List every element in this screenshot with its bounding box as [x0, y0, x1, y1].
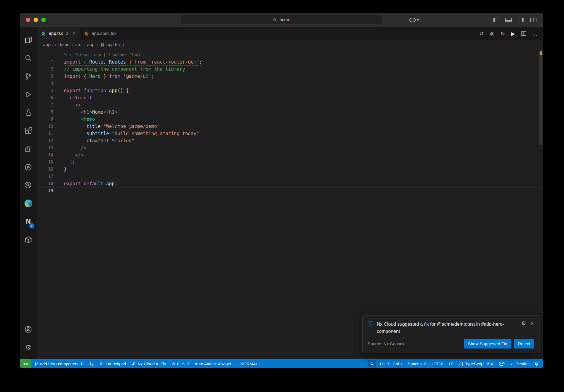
go-to-marker-icon[interactable]: ◎	[490, 31, 495, 37]
activity-bar: N 1 ⚙	[20, 27, 37, 359]
toggle-secondary-sidebar-icon[interactable]	[518, 18, 524, 22]
code-line[interactable]: 1import { Route, Routes } from 'react-ro…	[37, 58, 543, 66]
title-bar: ← → acme ▾	[20, 13, 543, 27]
copilot-icon	[409, 18, 416, 22]
breadcrumb-item[interactable]: app	[87, 42, 94, 47]
code-line[interactable]: 2// importing the component from the lib…	[37, 66, 543, 73]
show-suggested-fix-button[interactable]: Show Suggested Fix	[464, 339, 511, 349]
minimize-window-button[interactable]	[34, 18, 38, 22]
breadcrumb-item[interactable]: …	[126, 42, 131, 47]
commit-graph-item[interactable]	[86, 359, 96, 368]
code-line[interactable]: 3import { Hero } from '@acme/ui';	[37, 73, 543, 80]
nx-cloud-fix-item[interactable]: Nx Cloud AI Fix	[129, 359, 169, 368]
git-branch-icon	[34, 362, 38, 366]
zoom-window-button[interactable]	[41, 18, 46, 22]
tab-label: app.spec.tsx	[92, 31, 116, 36]
close-window-button[interactable]	[26, 18, 30, 22]
eol-item[interactable]: LF	[446, 359, 457, 368]
account-icon[interactable]	[20, 320, 37, 338]
line-number: 5	[37, 88, 53, 93]
git-branch-item[interactable]: add-hero-component ↻	[31, 359, 87, 368]
sync-icon: ↻	[80, 361, 84, 366]
rocket-icon	[99, 362, 104, 366]
code-line[interactable]: 7 <>	[37, 101, 543, 108]
commit-graph-icon	[89, 362, 94, 366]
close-tab-icon[interactable]: ×	[72, 31, 75, 36]
code-line[interactable]: 8 <h1>Home</h1>	[37, 108, 543, 116]
source-control-icon[interactable]	[20, 67, 37, 85]
copilot-status-item[interactable]	[496, 359, 507, 368]
line-number: 11	[37, 131, 53, 136]
code-line[interactable]: 6 return (	[37, 94, 543, 101]
run-file-icon[interactable]: ▶	[511, 31, 515, 37]
toggle-primary-sidebar-icon[interactable]	[493, 18, 499, 22]
tab-label: app.tsx	[49, 31, 63, 36]
package-icon[interactable]	[20, 231, 37, 249]
indentation-item[interactable]: Spaces: 2	[405, 359, 429, 368]
notification-close-icon[interactable]: ×	[530, 321, 534, 326]
play-circle-icon[interactable]	[20, 158, 37, 176]
inspect-circle-icon[interactable]	[20, 176, 37, 194]
search-mode-item[interactable]	[368, 360, 376, 368]
remote-explorer-icon[interactable]	[20, 140, 37, 158]
nx-console-icon[interactable]: N 1	[20, 213, 37, 231]
split-editor-icon[interactable]	[521, 31, 526, 36]
tab-app-spec-tsx[interactable]: app.spec.tsx	[80, 27, 121, 40]
tab-app-tsx[interactable]: app.tsx 3 ×	[37, 27, 80, 40]
run-debug-icon[interactable]	[20, 85, 37, 104]
reject-button[interactable]: Reject	[514, 339, 534, 349]
line-number: 8	[37, 110, 53, 115]
react-file-icon	[100, 43, 105, 47]
code-line[interactable]: 14 </>	[37, 151, 543, 159]
settings-gear-icon[interactable]: ⚙	[20, 338, 37, 356]
extensions-icon[interactable]	[20, 122, 37, 140]
tab-problems-badge: 3	[66, 31, 68, 36]
customize-layout-icon[interactable]	[530, 18, 536, 22]
status-bar: >< add-hero-component ↻ Launchpad Nx Clo…	[20, 359, 543, 368]
breadcrumb-file[interactable]: app.tsx	[100, 42, 121, 47]
remote-indicator[interactable]: ><	[20, 359, 31, 368]
navigate-back-editor-icon[interactable]: ↺	[479, 31, 484, 37]
code-line[interactable]: 11 subtitle="Build something amazing tod…	[37, 130, 543, 137]
code-line[interactable]: 19	[37, 187, 543, 194]
code-line[interactable]: 5export function App() {	[37, 87, 543, 94]
navigate-forward-editor-icon[interactable]: ↻	[500, 31, 505, 37]
testing-icon[interactable]	[20, 104, 37, 122]
copilot-menu[interactable]: ▾	[409, 18, 419, 22]
code-line[interactable]: 10 title="Welcmoe @acme/demo"	[37, 123, 543, 130]
search-icon	[273, 18, 277, 22]
code-line[interactable]: 4	[37, 80, 543, 87]
command-center-search[interactable]: acme	[181, 15, 382, 25]
code-editor[interactable]: You, 3 hours ago | 1 author (You) 1impor…	[37, 50, 543, 359]
language-mode-item[interactable]: { } TypeScript JSX	[456, 359, 496, 368]
cursor-position-item[interactable]: Ln 19, Col 1	[377, 359, 405, 368]
breadcrumb-separator: ›	[97, 42, 98, 47]
window-controls	[26, 18, 46, 22]
breadcrumb-item[interactable]: src	[75, 42, 81, 47]
launchpad-item[interactable]: Launchpad	[96, 359, 129, 368]
problems-item[interactable]: ⊘ 0 ⚠ 3	[169, 359, 192, 368]
formatter-item[interactable]: ✓ Prettier	[507, 359, 532, 368]
code-line[interactable]: 13 />	[37, 144, 543, 151]
code-line[interactable]: 17	[37, 173, 543, 180]
explorer-icon[interactable]	[20, 31, 37, 49]
code-line[interactable]: 9 <Hero	[37, 116, 543, 123]
breadcrumb-item[interactable]: demo	[58, 42, 69, 47]
encoding-item[interactable]: UTF-8	[429, 359, 446, 368]
more-actions-icon[interactable]: …	[532, 31, 538, 37]
editor-scrollbar[interactable]	[538, 50, 543, 359]
notification-gear-icon[interactable]: ⚙	[521, 321, 526, 326]
breadcrumb-item[interactable]: apps	[43, 42, 53, 47]
scrollbar-slider[interactable]	[539, 50, 543, 145]
notification-message: Nx Cloud suggested a fix for @acme/demo:…	[377, 321, 518, 335]
code-line[interactable]: 18export default App;	[37, 180, 543, 187]
auto-attach-item[interactable]: Auto Attach: Always	[192, 359, 234, 368]
code-line[interactable]: 12 cta="Get Started"	[37, 137, 543, 144]
vim-mode-item[interactable]: -- NORMAL --	[234, 359, 264, 368]
code-line[interactable]: 16}	[37, 166, 543, 173]
code-line[interactable]: 15 );	[37, 159, 543, 166]
search-icon[interactable]	[20, 49, 37, 67]
toggle-panel-icon[interactable]	[505, 18, 512, 22]
edge-browser-icon[interactable]	[20, 194, 37, 213]
notifications-bell-item[interactable]	[532, 359, 541, 368]
